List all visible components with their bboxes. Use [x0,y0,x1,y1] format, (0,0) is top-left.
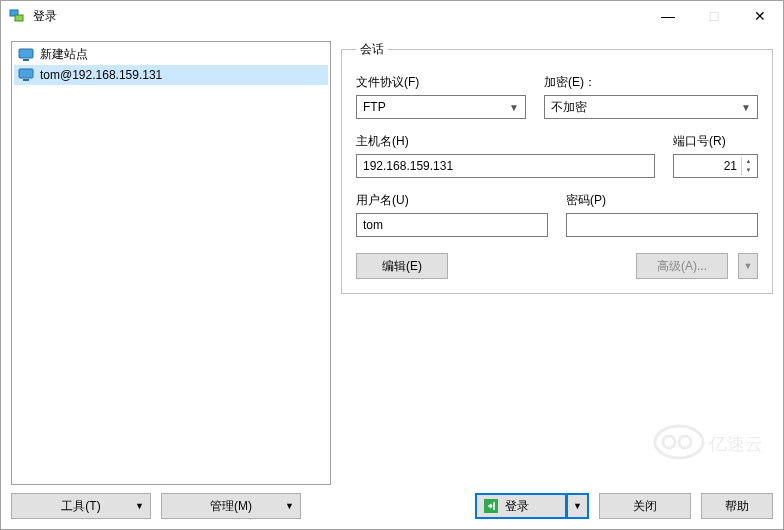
app-icon [9,8,25,24]
monitor-icon [18,67,34,83]
session-legend: 会话 [356,41,388,58]
tree-item-saved-session[interactable]: tom@192.168.159.131 [14,65,328,85]
edit-button[interactable]: 编辑(E) [356,253,448,279]
encryption-value: 不加密 [551,99,587,116]
tree-item-label: tom@192.168.159.131 [40,68,162,82]
session-fieldset: 会话 文件协议(F) FTP ▼ 加密(E)： 不加密 ▼ [341,41,773,294]
password-input[interactable] [566,213,758,237]
port-input[interactable]: 21 ▲▼ [673,154,758,178]
session-panel: 会话 文件协议(F) FTP ▼ 加密(E)： 不加密 ▼ [341,41,773,485]
login-dialog: 登录 — □ ✕ 新建站点 tom@192.168.159.131 [0,0,784,530]
svg-rect-5 [23,79,29,81]
encryption-select[interactable]: 不加密 ▼ [544,95,758,119]
window-title: 登录 [33,8,645,25]
tools-button[interactable]: 工具(T) ▼ [11,493,151,519]
footer-bar: 工具(T) ▼ 管理(M) ▼ 登录 ▼ 关闭 帮助 [1,485,783,529]
protocol-value: FTP [363,100,386,114]
host-label: 主机名(H) [356,133,655,150]
help-button[interactable]: 帮助 [701,493,773,519]
chevron-down-icon: ▼ [285,501,294,511]
maximize-button[interactable]: □ [691,1,737,31]
close-dialog-button[interactable]: 关闭 [599,493,691,519]
titlebar: 登录 — □ ✕ [1,1,783,31]
protocol-select[interactable]: FTP ▼ [356,95,526,119]
chevron-down-icon: ▼ [135,501,144,511]
chevron-down-icon: ▼ [741,102,751,113]
advanced-split[interactable]: ▼ [738,253,758,279]
login-button[interactable]: 登录 [475,493,567,519]
manage-button[interactable]: 管理(M) ▼ [161,493,301,519]
close-button[interactable]: ✕ [737,1,783,31]
password-label: 密码(P) [566,192,758,209]
svg-rect-1 [15,15,23,21]
host-value: 192.168.159.131 [363,159,453,173]
content-area: 新建站点 tom@192.168.159.131 会话 文件协议(F) FTP … [1,31,783,485]
advanced-button[interactable]: 高级(A)... [636,253,728,279]
svg-rect-2 [19,49,33,58]
port-value: 21 [680,159,737,173]
monitor-icon [18,47,34,63]
chevron-down-icon: ▼ [573,501,582,511]
window-controls: — □ ✕ [645,1,783,31]
svg-rect-4 [19,69,33,78]
tree-item-label: 新建站点 [40,46,88,63]
sites-tree[interactable]: 新建站点 tom@192.168.159.131 [11,41,331,485]
username-label: 用户名(U) [356,192,548,209]
username-input[interactable]: tom [356,213,548,237]
login-icon [483,498,499,514]
login-split-button[interactable]: ▼ [567,493,589,519]
protocol-label: 文件协议(F) [356,74,526,91]
port-spinner[interactable]: ▲▼ [741,157,755,175]
svg-rect-3 [23,59,29,61]
port-label: 端口号(R) [673,133,758,150]
minimize-button[interactable]: — [645,1,691,31]
login-button-group: 登录 ▼ [475,493,589,519]
username-value: tom [363,218,383,232]
chevron-down-icon: ▼ [509,102,519,113]
host-input[interactable]: 192.168.159.131 [356,154,655,178]
encryption-label: 加密(E)： [544,74,758,91]
tree-item-new-site[interactable]: 新建站点 [14,44,328,65]
